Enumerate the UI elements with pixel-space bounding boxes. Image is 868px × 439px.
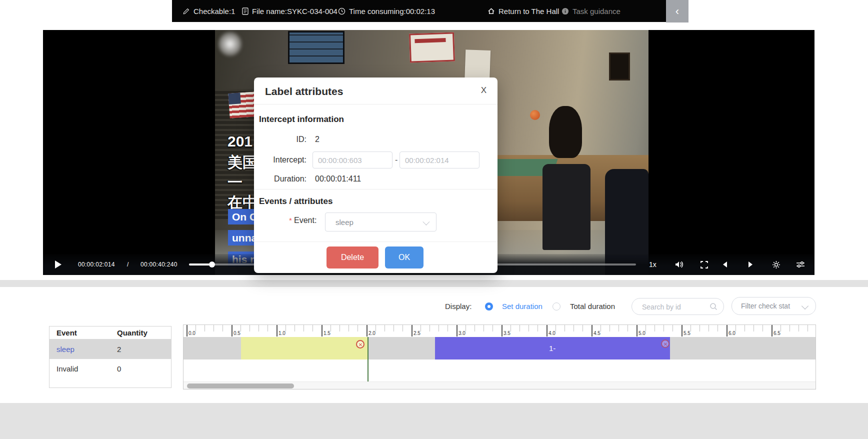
duration-value: 00:00:01:411 bbox=[315, 174, 361, 184]
footer-band bbox=[0, 403, 868, 439]
minor-tick bbox=[744, 325, 745, 332]
previous-frame-button[interactable] bbox=[723, 254, 727, 275]
duration-label: Duration: bbox=[258, 174, 306, 184]
seated-person bbox=[549, 106, 582, 158]
divider bbox=[254, 104, 498, 104]
minor-tick bbox=[564, 325, 565, 332]
radio-total-duration[interactable] bbox=[552, 302, 560, 310]
table-row-sleep[interactable]: sleep2 bbox=[50, 339, 171, 359]
minor-tick bbox=[556, 325, 556, 332]
minor-tick bbox=[214, 325, 214, 332]
progress-knob[interactable] bbox=[209, 262, 215, 268]
ok-button[interactable]: OK bbox=[385, 246, 424, 268]
radio-set-duration[interactable] bbox=[485, 302, 493, 310]
topbar-item-label: Checkable:1 bbox=[194, 7, 235, 16]
timeline-segment-2[interactable]: 1- bbox=[435, 337, 670, 360]
next-frame-button[interactable] bbox=[748, 254, 752, 275]
close-icon[interactable]: X bbox=[479, 84, 488, 96]
minor-tick bbox=[258, 325, 259, 332]
playhead[interactable] bbox=[368, 337, 368, 382]
minor-tick bbox=[574, 325, 574, 332]
sliders-icon bbox=[796, 260, 805, 268]
settings-button[interactable] bbox=[772, 254, 780, 275]
lens-flare bbox=[218, 32, 242, 56]
tick-label: 3.5 bbox=[504, 330, 510, 336]
minor-tick bbox=[358, 325, 358, 332]
intercept-end-input[interactable] bbox=[400, 152, 480, 168]
picture-frame bbox=[609, 52, 630, 80]
major-tick bbox=[502, 325, 502, 336]
info-icon bbox=[562, 8, 569, 15]
timeline-scrollbar[interactable] bbox=[184, 382, 816, 390]
minor-tick bbox=[286, 325, 286, 332]
radio-set-duration-label[interactable]: Set duration bbox=[502, 302, 542, 310]
playback-speed-button[interactable]: 1x bbox=[649, 254, 656, 275]
minor-tick bbox=[762, 325, 763, 332]
adjustments-button[interactable] bbox=[796, 254, 805, 275]
event-cell: sleep bbox=[56, 345, 74, 354]
table-row-invalid[interactable]: Invalid0 bbox=[50, 359, 171, 378]
step-forward-icon bbox=[748, 262, 752, 268]
fullscreen-button[interactable] bbox=[700, 254, 708, 275]
delete-segment-marker[interactable]: ✕ bbox=[356, 340, 364, 348]
search-input[interactable] bbox=[641, 300, 708, 314]
volume-button[interactable] bbox=[675, 254, 684, 275]
divider bbox=[254, 189, 498, 190]
minor-tick bbox=[528, 325, 529, 332]
quantity-cell: 2 bbox=[117, 345, 162, 354]
minor-tick bbox=[484, 325, 484, 332]
major-tick bbox=[592, 325, 592, 336]
minor-tick bbox=[718, 325, 718, 332]
minor-tick bbox=[510, 325, 511, 332]
timeline-segment-1[interactable] bbox=[241, 337, 368, 360]
major-tick bbox=[772, 325, 772, 336]
table-body: sleep2Invalid0 bbox=[50, 339, 171, 378]
wall-poster bbox=[409, 32, 455, 62]
play-button[interactable] bbox=[55, 254, 62, 275]
minor-tick bbox=[304, 325, 304, 332]
minor-tick bbox=[376, 325, 376, 332]
major-tick bbox=[276, 325, 278, 336]
annotation-workspace: Checkable:1File name:SYKC-034-004Time co… bbox=[0, 0, 868, 439]
event-select[interactable]: sleep bbox=[325, 212, 436, 232]
collapse-panel-button[interactable]: ‹ bbox=[666, 0, 688, 22]
minor-tick bbox=[538, 325, 538, 332]
topbar-item-0: Checkable:1 bbox=[183, 0, 235, 22]
topbar-item-label: Return to The Hall bbox=[498, 7, 559, 16]
topbar-item-label: Time consuming:00:02:13 bbox=[349, 7, 435, 16]
radio-total-duration-label[interactable]: Total duration bbox=[570, 302, 615, 310]
delete-segment-marker[interactable]: ✕ bbox=[661, 340, 670, 348]
minor-tick bbox=[582, 325, 583, 332]
minor-tick bbox=[672, 325, 673, 332]
minor-tick bbox=[654, 325, 655, 332]
topbar-item-3[interactable]: Return to The Hall bbox=[488, 0, 559, 22]
minor-tick bbox=[798, 325, 799, 332]
minor-tick bbox=[420, 325, 421, 332]
minor-tick bbox=[250, 325, 250, 332]
chevron-left-icon: ‹ bbox=[676, 6, 679, 17]
tick-label: 0.5 bbox=[234, 330, 240, 336]
tick-label: 3.0 bbox=[458, 330, 466, 336]
quantity-cell: 0 bbox=[117, 364, 162, 373]
minor-tick bbox=[618, 325, 619, 332]
major-tick bbox=[186, 325, 188, 336]
delete-button[interactable]: Delete bbox=[326, 246, 378, 268]
minor-tick bbox=[708, 325, 709, 332]
major-tick bbox=[682, 325, 682, 336]
minor-tick bbox=[312, 325, 313, 332]
play-icon bbox=[55, 260, 62, 268]
current-time: 00:00:02:014 bbox=[78, 254, 115, 275]
minor-tick bbox=[754, 325, 754, 332]
minor-tick bbox=[294, 325, 295, 332]
minor-tick bbox=[808, 325, 808, 332]
minor-tick bbox=[690, 325, 691, 332]
burned-in-subtitle: 美国 bbox=[228, 155, 258, 170]
divider-band bbox=[0, 280, 868, 287]
scrollbar-thumb[interactable] bbox=[187, 384, 294, 388]
office-chair bbox=[542, 164, 590, 250]
label-attributes-modal: Label attributes X Intercept information… bbox=[254, 78, 498, 273]
intercept-start-input[interactable] bbox=[312, 152, 392, 168]
topbar-item-4[interactable]: Task guidance bbox=[562, 0, 620, 22]
tick-label: 2.0 bbox=[368, 330, 376, 336]
major-tick bbox=[366, 325, 368, 336]
